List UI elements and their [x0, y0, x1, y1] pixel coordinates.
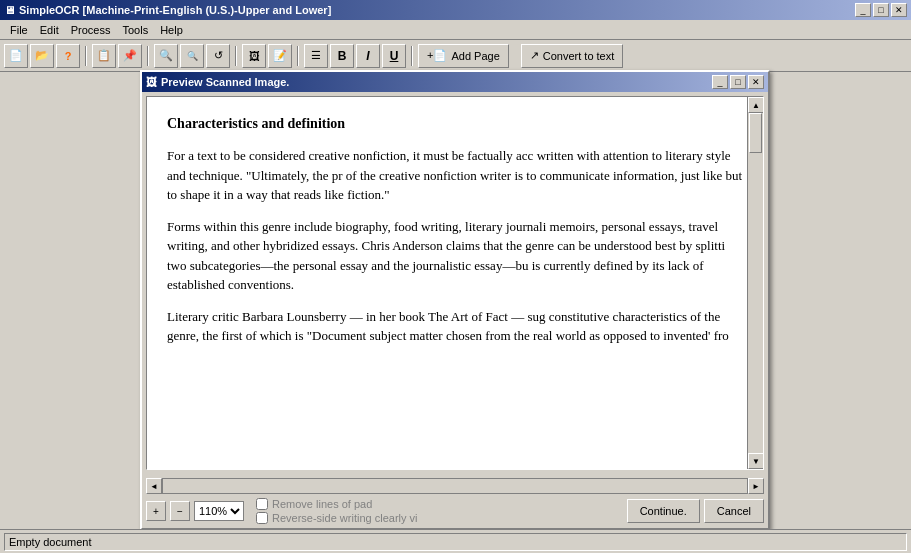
- copy-icon: 📋: [97, 49, 111, 62]
- scanned-image-preview: Characteristics and definition For a tex…: [146, 96, 764, 470]
- menu-edit[interactable]: Edit: [34, 22, 65, 38]
- zoom-in-button[interactable]: +: [146, 501, 166, 521]
- list-button[interactable]: ☰: [304, 44, 328, 68]
- toolbar-separator-2: [147, 46, 149, 66]
- content-heading: Characteristics and definition: [167, 113, 743, 134]
- close-button[interactable]: ✕: [891, 3, 907, 17]
- open-button[interactable]: 📂: [30, 44, 54, 68]
- vertical-scrollbar[interactable]: ▲ ▼: [747, 97, 763, 469]
- toolbar: 📄 📂 ? 📋 📌 🔍 🔍 ↺ 🖼 📝 ☰ B I U +📄 Add Page: [0, 40, 911, 72]
- toolbar-separator-3: [235, 46, 237, 66]
- reverse-side-input[interactable]: [256, 512, 268, 524]
- italic-button[interactable]: I: [356, 44, 380, 68]
- continue-button[interactable]: Continue.: [627, 499, 700, 523]
- zoom-level-select[interactable]: 110% 75% 100% 150% 200%: [194, 501, 244, 521]
- menu-process[interactable]: Process: [65, 22, 117, 38]
- status-text: Empty document: [9, 536, 92, 548]
- convert-icon: ↗: [530, 49, 539, 62]
- content-paragraph-2: Forms within this genre include biograph…: [167, 217, 743, 295]
- text-button[interactable]: 📝: [268, 44, 292, 68]
- bold-button[interactable]: B: [330, 44, 354, 68]
- copy-button[interactable]: 📋: [92, 44, 116, 68]
- cancel-button[interactable]: Cancel: [704, 499, 764, 523]
- reverse-side-checkbox[interactable]: Reverse-side writing clearly vi: [256, 512, 418, 524]
- rotate-button[interactable]: ↺: [206, 44, 230, 68]
- maximize-button[interactable]: □: [873, 3, 889, 17]
- minimize-button[interactable]: _: [855, 3, 871, 17]
- dialog-maximize-button[interactable]: □: [730, 75, 746, 89]
- preview-dialog: 🖼 Preview Scanned Image. _ □ ✕ Character…: [140, 70, 770, 530]
- paste-icon: 📌: [123, 49, 137, 62]
- zoom-controls-row: + − 110% 75% 100% 150% 200% Remove lines…: [146, 498, 764, 524]
- content-paragraph-3: Literary critic Barbara Lounsberry — in …: [167, 307, 743, 346]
- remove-lines-input[interactable]: [256, 498, 268, 510]
- horizontal-scrollbar[interactable]: ◄ ►: [146, 478, 764, 494]
- scanned-content: Characteristics and definition For a tex…: [147, 97, 763, 469]
- zoom-out-icon: 🔍: [187, 51, 198, 61]
- scroll-up-button[interactable]: ▲: [748, 97, 764, 113]
- menu-tools[interactable]: Tools: [116, 22, 154, 38]
- scroll-thumb[interactable]: [749, 113, 762, 153]
- toolbar-separator-4: [297, 46, 299, 66]
- content-paragraph-1: For a text to be considered creative non…: [167, 146, 743, 205]
- dialog-close-button[interactable]: ✕: [748, 75, 764, 89]
- question-button[interactable]: ?: [56, 44, 80, 68]
- main-window-controls[interactable]: _ □ ✕: [855, 3, 907, 17]
- options-checkboxes: Remove lines of pad Reverse-side writing…: [256, 498, 418, 524]
- dialog-minimize-button[interactable]: _: [712, 75, 728, 89]
- app-icon: 🖥: [4, 4, 15, 16]
- status-bar: Empty document: [0, 529, 911, 553]
- help-icon: ?: [65, 50, 72, 62]
- horiz-scroll-track[interactable]: [162, 478, 748, 494]
- menu-bar: File Edit Process Tools Help: [0, 20, 911, 40]
- paste-button[interactable]: 📌: [118, 44, 142, 68]
- zoom-out-button[interactable]: −: [170, 501, 190, 521]
- toolbar-separator-5: [411, 46, 413, 66]
- add-page-button[interactable]: +📄 Add Page: [418, 44, 509, 68]
- dialog-title-text: 🖼 Preview Scanned Image.: [146, 76, 289, 88]
- zoom-left-group: + − 110% 75% 100% 150% 200% Remove lines…: [146, 498, 418, 524]
- status-panel: Empty document: [4, 533, 907, 551]
- scroll-left-button[interactable]: ◄: [146, 478, 162, 494]
- open-icon: 📂: [35, 49, 49, 62]
- underline-button[interactable]: U: [382, 44, 406, 68]
- scroll-right-button[interactable]: ►: [748, 478, 764, 494]
- dialog-window-controls[interactable]: _ □ ✕: [712, 75, 764, 89]
- add-page-icon: +📄: [427, 49, 447, 62]
- dialog-title-bar: 🖼 Preview Scanned Image. _ □ ✕: [142, 72, 768, 92]
- rotate-icon: ↺: [214, 49, 223, 62]
- image-button[interactable]: 🖼: [242, 44, 266, 68]
- menu-file[interactable]: File: [4, 22, 34, 38]
- list-icon: ☰: [311, 49, 321, 62]
- image-icon: 🖼: [249, 50, 260, 62]
- toolbar-separator-1: [85, 46, 87, 66]
- main-title-text: 🖥 SimpleOCR [Machine-Print-English (U.S.…: [4, 4, 331, 16]
- scroll-down-button[interactable]: ▼: [748, 453, 764, 469]
- dialog-bottom-controls: ◄ ► + − 110% 75% 100% 150% 200% Remove: [142, 474, 768, 528]
- dialog-icon: 🖼: [146, 76, 157, 88]
- main-title-bar: 🖥 SimpleOCR [Machine-Print-English (U.S.…: [0, 0, 911, 20]
- remove-lines-checkbox[interactable]: Remove lines of pad: [256, 498, 418, 510]
- zoom-out-toolbar[interactable]: 🔍: [180, 44, 204, 68]
- convert-button[interactable]: ↗ Convert to text: [521, 44, 624, 68]
- text-icon: 📝: [273, 49, 287, 62]
- zoom-in-toolbar[interactable]: 🔍: [154, 44, 178, 68]
- zoom-in-icon: 🔍: [159, 49, 173, 62]
- scroll-track[interactable]: [748, 113, 763, 453]
- new-button[interactable]: 📄: [4, 44, 28, 68]
- action-buttons-group: Continue. Cancel: [627, 499, 764, 523]
- new-icon: 📄: [9, 49, 23, 62]
- menu-help[interactable]: Help: [154, 22, 189, 38]
